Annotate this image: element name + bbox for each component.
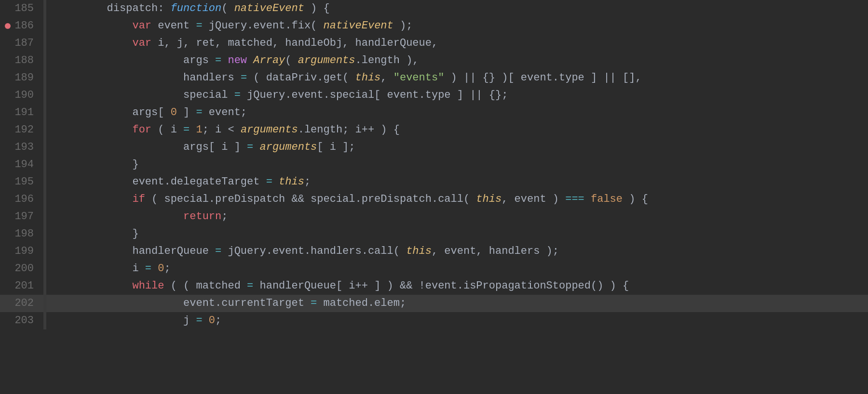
code-line: 193 args[ i ] = arguments[ i ]; (0, 139, 868, 156)
code-content: } (46, 157, 868, 172)
code-line: 189 handlers = ( dataPriv.get( this, "ev… (0, 69, 868, 87)
line-number: 186 (0, 18, 43, 34)
code-content: args[ i ] = arguments[ i ]; (46, 140, 868, 155)
code-content: if ( special.preDispatch && special.preD… (46, 192, 868, 207)
code-line: 190 special = jQuery.event.special[ even… (0, 87, 868, 104)
code-line: 186 var event = jQuery.event.fix( native… (0, 17, 868, 35)
line-number: 202 (0, 296, 43, 311)
line-number: 193 (0, 140, 43, 155)
line-number: 200 (0, 261, 43, 276)
breakpoint-dot (5, 23, 11, 29)
line-number: 198 (0, 226, 43, 242)
code-content: dispatch: function( nativeEvent ) { (46, 1, 868, 16)
line-number: 201 (0, 278, 43, 294)
line-number: 203 (0, 313, 43, 328)
code-line: 198 } (0, 225, 868, 243)
code-content: special = jQuery.event.special[ event.ty… (46, 88, 868, 103)
code-content: return; (46, 209, 868, 224)
code-content: var i, j, ret, matched, handleObj, handl… (46, 36, 868, 51)
code-line: 203 j = 0; (0, 312, 868, 329)
code-content: j = 0; (46, 313, 868, 328)
code-content: event.currentTarget = matched.elem; (46, 296, 868, 311)
code-content: args[ 0 ] = event; (46, 105, 868, 120)
code-content: args = new Array( arguments.length ), (46, 53, 868, 68)
code-content: var event = jQuery.event.fix( nativeEven… (46, 18, 868, 34)
line-number: 196 (0, 192, 43, 207)
code-content: i = 0; (46, 261, 868, 276)
code-editor: 185 dispatch: function( nativeEvent ) {1… (0, 0, 868, 394)
line-number: 190 (0, 88, 43, 103)
code-content: while ( ( matched = handlerQueue[ i++ ] … (46, 278, 868, 294)
line-number: 185 (0, 1, 43, 16)
code-line: 201 while ( ( matched = handlerQueue[ i+… (0, 277, 868, 295)
code-line: 192 for ( i = 1; i < arguments.length; i… (0, 121, 868, 139)
code-line: 194 } (0, 156, 868, 173)
code-line: 200 i = 0; (0, 260, 868, 277)
code-content: for ( i = 1; i < arguments.length; i++ )… (46, 122, 868, 138)
code-line: 187 var i, j, ret, matched, handleObj, h… (0, 35, 868, 52)
code-line: 191 args[ 0 ] = event; (0, 104, 868, 121)
line-number: 199 (0, 244, 43, 259)
code-line: 199 handlerQueue = jQuery.event.handlers… (0, 243, 868, 260)
code-content: event.delegateTarget = this; (46, 174, 868, 190)
line-number: 188 (0, 53, 43, 68)
line-number: 189 (0, 70, 43, 86)
line-number: 191 (0, 105, 43, 120)
line-number: 197 (0, 209, 43, 224)
code-content: handlers = ( dataPriv.get( this, "events… (46, 70, 868, 86)
line-number: 195 (0, 174, 43, 190)
line-number: 194 (0, 157, 43, 172)
code-line: 195 event.delegateTarget = this; (0, 173, 868, 191)
code-line: 188 args = new Array( arguments.length )… (0, 52, 868, 69)
code-line: 185 dispatch: function( nativeEvent ) { (0, 0, 868, 17)
line-number: 192 (0, 122, 43, 138)
code-line: 196 if ( special.preDispatch && special.… (0, 191, 868, 208)
code-line: 202 event.currentTarget = matched.elem; (0, 295, 868, 312)
code-content: } (46, 226, 868, 242)
line-number: 187 (0, 36, 43, 51)
code-line: 197 return; (0, 208, 868, 225)
code-content: handlerQueue = jQuery.event.handlers.cal… (46, 244, 868, 259)
